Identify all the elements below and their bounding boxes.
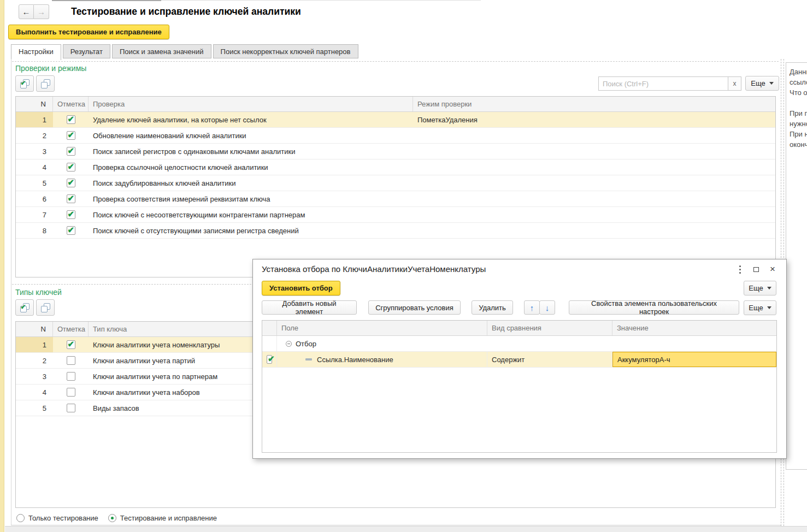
row-number: 4 bbox=[16, 385, 53, 400]
condition-comparison[interactable]: Содержит bbox=[487, 352, 612, 367]
set-all-marks-button[interactable]: ✔ bbox=[15, 75, 34, 92]
forward-button[interactable]: → bbox=[34, 4, 49, 19]
filter-table-header: Поле Вид сравнения Значение bbox=[262, 321, 776, 336]
filter-group-row[interactable]: Отбор bbox=[262, 336, 776, 352]
tab-search-replace[interactable]: Поиск и замена значений bbox=[112, 44, 211, 58]
close-icon: × bbox=[770, 264, 775, 275]
row-number: 2 bbox=[16, 128, 53, 143]
row-checkbox[interactable] bbox=[67, 340, 75, 349]
check-mode bbox=[413, 223, 775, 238]
move-down-button[interactable]: ↓ bbox=[539, 300, 555, 315]
row-checkbox[interactable] bbox=[67, 388, 75, 397]
row-number: 4 bbox=[16, 159, 53, 175]
row-checkbox[interactable] bbox=[67, 404, 75, 412]
checks-more-button[interactable]: Еще bbox=[745, 76, 779, 91]
arrow-up-icon: ↑ bbox=[530, 303, 534, 312]
search-input[interactable] bbox=[598, 76, 728, 91]
clear-all-marks-button[interactable] bbox=[36, 299, 55, 316]
row-number: 2 bbox=[16, 353, 53, 368]
check-row[interactable]: 6 Проверка соответствия измерений реквиз… bbox=[16, 191, 775, 207]
row-checkbox[interactable] bbox=[67, 147, 75, 156]
apply-filter-button[interactable]: Установить отбор bbox=[262, 281, 340, 295]
page-title: Тестирование и исправление ключей аналит… bbox=[71, 6, 301, 17]
row-checkbox[interactable] bbox=[67, 194, 75, 203]
check-row[interactable]: 2 Обновление наименований ключей аналити… bbox=[16, 128, 775, 144]
back-arrow-icon: ← bbox=[22, 7, 31, 16]
row-checkbox[interactable] bbox=[67, 131, 75, 140]
tab-result[interactable]: Результат bbox=[63, 44, 110, 58]
check-row[interactable]: 3 Поиск записей регистров с одинаковыми … bbox=[16, 144, 775, 159]
arrow-down-icon: ↓ bbox=[545, 303, 550, 312]
check-mode bbox=[413, 207, 775, 222]
radio-test-only[interactable]: Только тестирование bbox=[16, 514, 98, 522]
dialog-more-button[interactable]: Еще bbox=[744, 281, 776, 295]
search-box: x bbox=[598, 76, 741, 91]
filter-condition-row[interactable]: Ссылка.Наименование Содержит Аккумулятор… bbox=[262, 352, 776, 368]
forward-arrow-icon: → bbox=[37, 7, 45, 16]
clear-all-marks-icon bbox=[41, 303, 50, 312]
check-row[interactable]: 5 Поиск задублированных ключей аналитики bbox=[16, 175, 775, 191]
tab-settings[interactable]: Настройки bbox=[11, 44, 61, 60]
check-mode: ПометкаУдаления bbox=[413, 112, 775, 127]
dialog-maximize-button[interactable] bbox=[750, 264, 762, 275]
row-checkbox[interactable] bbox=[67, 115, 75, 124]
dialog-title: Установка отбора по КлючиАналитикиУчетаН… bbox=[262, 264, 486, 274]
check-name: Поиск ключей с отсутствующими записями р… bbox=[89, 223, 413, 238]
radio-test-and-fix[interactable]: Тестирование и исправление bbox=[108, 514, 217, 522]
group-conditions-button[interactable]: Сгруппировать условия bbox=[368, 300, 461, 315]
help-text-line: При по bbox=[790, 108, 807, 119]
check-row[interactable]: 8 Поиск ключей с отсутствующими записями… bbox=[16, 223, 775, 239]
filter-table: Поле Вид сравнения Значение Отбор Ссылка… bbox=[262, 320, 777, 453]
checks-table-header: N Отметка Проверка Режим проверки bbox=[16, 97, 775, 112]
row-checkbox[interactable] bbox=[67, 356, 75, 365]
column-header-n: N bbox=[16, 97, 53, 111]
help-text-line: оконча bbox=[790, 139, 807, 150]
check-row[interactable]: 1 Удаление ключей аналитики, на которые … bbox=[16, 112, 775, 128]
check-mode bbox=[413, 128, 775, 143]
set-all-marks-button[interactable]: ✔ bbox=[15, 299, 34, 316]
checks-section-title: Проверки и режимы bbox=[15, 64, 86, 73]
nav-buttons: ← → bbox=[19, 4, 49, 19]
run-test-fix-button[interactable]: Выполнить тестирование и исправление bbox=[8, 25, 169, 39]
check-name: Удаление ключей аналитики, на которые не… bbox=[89, 112, 413, 127]
row-checkbox[interactable] bbox=[67, 210, 75, 219]
column-header-mode: Режим проверки bbox=[413, 97, 775, 111]
top-window-edge-light bbox=[161, 0, 481, 1]
collapse-group-icon[interactable] bbox=[286, 341, 292, 347]
filter-group-label: Отбор bbox=[296, 340, 316, 348]
column-header-mark: Отметка bbox=[53, 322, 89, 336]
check-name: Поиск записей регистров с одинаковыми кл… bbox=[89, 144, 413, 159]
add-element-button[interactable]: Добавить новый элемент bbox=[262, 300, 357, 315]
clear-all-marks-button[interactable] bbox=[36, 75, 55, 92]
dropdown-caret-icon bbox=[767, 287, 771, 289]
dialog-close-button[interactable]: × bbox=[767, 264, 779, 275]
row-checkbox[interactable] bbox=[67, 372, 75, 381]
row-checkbox[interactable] bbox=[67, 179, 75, 187]
tab-incorrect-partner-keys[interactable]: Поиск некорректных ключей партнеров bbox=[213, 44, 358, 58]
mode-radio-group: Только тестирование Тестирование и испра… bbox=[16, 514, 227, 522]
dropdown-caret-icon bbox=[769, 82, 774, 85]
condition-field: Ссылка.Наименование bbox=[317, 356, 393, 364]
condition-value-field[interactable]: АккумуляторА-ч bbox=[612, 352, 776, 367]
row-checkbox[interactable] bbox=[67, 226, 75, 235]
back-button[interactable]: ← bbox=[19, 4, 34, 19]
check-mode bbox=[413, 159, 775, 175]
kebab-menu-icon bbox=[739, 269, 741, 270]
row-number: 1 bbox=[16, 337, 53, 352]
dialog-toolbar-more-button[interactable]: Еще bbox=[744, 300, 776, 315]
check-row[interactable]: 7 Поиск ключей с несоответствующими конт… bbox=[16, 207, 775, 223]
row-checkbox[interactable] bbox=[67, 163, 75, 172]
check-mode bbox=[413, 175, 775, 191]
delete-button[interactable]: Удалить bbox=[472, 300, 513, 315]
check-row[interactable]: 4 Проверка ссылочной целостности ключей … bbox=[16, 159, 775, 175]
section-separator bbox=[12, 61, 779, 62]
check-name: Поиск задублированных ключей аналитики bbox=[89, 175, 413, 191]
condition-checkbox[interactable] bbox=[267, 355, 272, 364]
move-up-button[interactable]: ↑ bbox=[524, 300, 540, 315]
user-settings-properties-button[interactable]: Свойства элемента пользовательских настр… bbox=[569, 300, 739, 315]
column-header-comparison: Вид сравнения bbox=[487, 321, 612, 335]
column-header-mark: Отметка bbox=[53, 97, 89, 111]
row-number: 6 bbox=[16, 191, 53, 206]
search-clear-button[interactable]: x bbox=[728, 76, 741, 91]
dialog-menu-button[interactable] bbox=[734, 264, 746, 275]
